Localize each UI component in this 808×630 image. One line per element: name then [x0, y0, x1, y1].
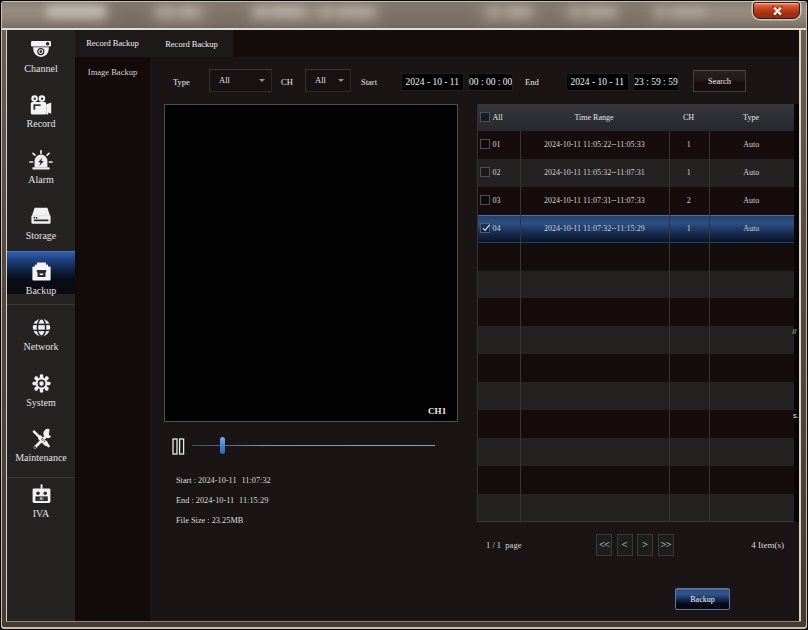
svg-text:AI: AI — [40, 496, 44, 501]
